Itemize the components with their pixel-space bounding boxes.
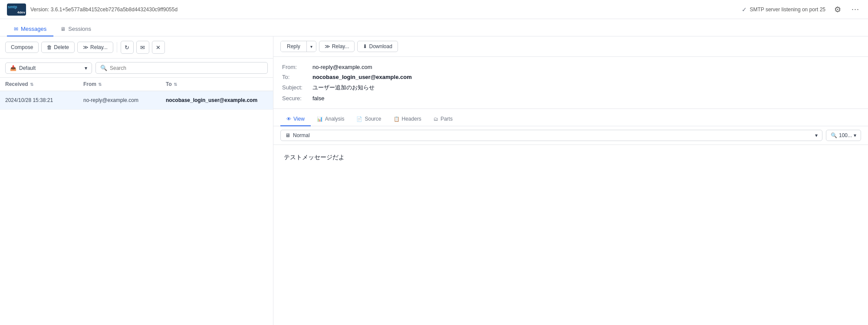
download-button[interactable]: ⬇ Download bbox=[357, 41, 398, 52]
mailbox-label: Default bbox=[19, 65, 36, 71]
inbox-icon: ✉ bbox=[140, 44, 145, 51]
msg-received: 2024/10/28 15:38:21 bbox=[5, 97, 83, 103]
message-list: 2024/10/28 15:38:21 no-reply@example.com… bbox=[0, 91, 273, 325]
subject-label: Subject: bbox=[282, 84, 312, 91]
download-icon: ⬇ bbox=[363, 43, 367, 49]
tab-source-label: Source bbox=[365, 116, 381, 122]
right-panel: Reply ▾ ≫ Relay... ⬇ Download From: no-r… bbox=[273, 36, 868, 325]
email-meta: From: no-reply@example.com To: nocobase_… bbox=[273, 57, 868, 109]
sort-from-icon: ⇅ bbox=[98, 82, 102, 87]
sort-to-icon: ⇅ bbox=[174, 82, 177, 87]
table-row[interactable]: 2024/10/28 15:38:21 no-reply@example.com… bbox=[0, 91, 273, 110]
inbox-button[interactable]: ✉ bbox=[136, 41, 149, 54]
mailbox-icon: 📥 bbox=[10, 65, 16, 71]
msg-from: no-reply@example.com bbox=[83, 97, 166, 103]
meta-from-row: From: no-reply@example.com bbox=[282, 64, 859, 70]
view-toolbar: 🖥 Normal 🔍 100... bbox=[273, 126, 868, 145]
search-input[interactable] bbox=[110, 65, 263, 71]
tab-headers[interactable]: 📋 Headers bbox=[388, 112, 427, 126]
version-text: Version: 3.6.1+5e577a8b4152ceb7276a5b8d4… bbox=[30, 7, 178, 13]
col-header-to[interactable]: To ⇅ bbox=[166, 81, 268, 87]
zoom-level: 100... bbox=[839, 132, 852, 138]
left-toolbar: Compose 🗑 Delete ≫ Relay... ↻ ✉ ✕ bbox=[0, 36, 273, 59]
headers-tab-icon: 📋 bbox=[394, 116, 400, 122]
to-value: nocobase_login_user@example.com bbox=[312, 74, 412, 80]
meta-to-row: To: nocobase_login_user@example.com bbox=[282, 74, 859, 80]
email-relay-label: Relay... bbox=[332, 43, 349, 49]
filter-row: 📥 Default 🔍 bbox=[0, 59, 273, 78]
server-status-text: SMTP server listening on port 25 bbox=[750, 7, 825, 13]
tab-sessions[interactable]: 🖥 Sessions bbox=[53, 22, 98, 36]
delete-button[interactable]: 🗑 Delete bbox=[41, 42, 75, 53]
sort-received-icon: ⇅ bbox=[30, 82, 33, 87]
reply-dropdown-button[interactable]: ▾ bbox=[307, 42, 316, 51]
download-label: Download bbox=[369, 43, 392, 49]
mailbox-chevron-icon bbox=[85, 65, 87, 71]
search-icon: 🔍 bbox=[100, 65, 107, 71]
tab-analysis-label: Analysis bbox=[325, 116, 345, 122]
to-label: To: bbox=[282, 74, 312, 80]
from-label: From: bbox=[282, 64, 312, 70]
status-check-icon: ✓ bbox=[742, 6, 747, 13]
settings-button[interactable]: ⚙ bbox=[832, 3, 843, 16]
main-layout: Compose 🗑 Delete ≫ Relay... ↻ ✉ ✕ bbox=[0, 36, 868, 325]
logo bbox=[7, 3, 26, 16]
analysis-tab-icon: 📊 bbox=[317, 116, 323, 122]
header-left: Version: 3.6.1+5e577a8b4152ceb7276a5b8d4… bbox=[7, 3, 178, 16]
tab-headers-label: Headers bbox=[402, 116, 421, 122]
compose-label: Compose bbox=[11, 44, 33, 50]
relay-arrow-icon: ≫ bbox=[83, 44, 89, 50]
tab-messages-label: Messages bbox=[21, 26, 46, 32]
col-received-label: Received bbox=[5, 81, 28, 87]
email-body: テストメッセージだよ bbox=[273, 145, 868, 325]
view-tab-icon: 👁 bbox=[286, 116, 291, 121]
header-right: ✓ SMTP server listening on port 25 ⚙ ··· bbox=[742, 3, 861, 16]
zoom-icon: 🔍 bbox=[831, 132, 837, 138]
logo-icon bbox=[7, 3, 26, 16]
meta-secure-row: Secure: false bbox=[282, 95, 859, 102]
delete-label: Delete bbox=[54, 44, 69, 50]
tab-source[interactable]: 📄 Source bbox=[350, 112, 387, 126]
col-header-from[interactable]: From ⇅ bbox=[83, 81, 166, 87]
col-to-label: To bbox=[166, 81, 172, 87]
close-button[interactable]: ✕ bbox=[152, 41, 165, 54]
reply-button[interactable]: Reply bbox=[281, 41, 307, 52]
email-action-bar: Reply ▾ ≫ Relay... ⬇ Download bbox=[273, 36, 868, 57]
col-header-received[interactable]: Received ⇅ bbox=[5, 81, 83, 87]
compose-button[interactable]: Compose bbox=[5, 42, 39, 53]
view-mode-label: Normal bbox=[293, 132, 310, 138]
from-value: no-reply@example.com bbox=[312, 64, 372, 70]
tab-parts[interactable]: 🗂 Parts bbox=[427, 112, 459, 126]
left-panel: Compose 🗑 Delete ≫ Relay... ↻ ✉ ✕ bbox=[0, 36, 273, 325]
tab-view[interactable]: 👁 View bbox=[280, 112, 311, 126]
trash-icon: 🗑 bbox=[47, 44, 52, 50]
refresh-button[interactable]: ↻ bbox=[121, 41, 134, 54]
mailbox-select[interactable]: 📥 Default bbox=[5, 62, 92, 74]
refresh-icon: ↻ bbox=[125, 44, 129, 51]
toolbar-divider bbox=[117, 42, 117, 53]
source-tab-icon: 📄 bbox=[356, 116, 362, 122]
email-body-text: テストメッセージだよ bbox=[284, 154, 858, 161]
content-tabs: 👁 View 📊 Analysis 📄 Source 📋 Headers 🗂 P… bbox=[273, 109, 868, 126]
relay-arrow-icon2: ≫ bbox=[325, 43, 330, 49]
reply-button-group: Reply ▾ bbox=[280, 41, 316, 52]
search-wrapper[interactable]: 🔍 bbox=[95, 62, 268, 74]
monitor-icon: 🖥 bbox=[285, 132, 290, 138]
secure-label: Secure: bbox=[282, 95, 312, 102]
more-options-button[interactable]: ··· bbox=[850, 3, 861, 16]
messages-tab-icon: ✉ bbox=[14, 26, 18, 32]
ellipsis-icon: ··· bbox=[852, 5, 859, 14]
email-relay-button[interactable]: ≫ Relay... bbox=[319, 41, 355, 52]
secure-value: false bbox=[312, 95, 324, 102]
parts-tab-icon: 🗂 bbox=[434, 116, 438, 121]
relay-button[interactable]: ≫ Relay... bbox=[77, 42, 113, 53]
view-mode-select[interactable]: 🖥 Normal bbox=[280, 130, 822, 141]
gear-icon: ⚙ bbox=[834, 5, 841, 14]
tab-view-label: View bbox=[293, 116, 305, 122]
top-header: Version: 3.6.1+5e577a8b4152ceb7276a5b8d4… bbox=[0, 0, 868, 19]
tab-analysis[interactable]: 📊 Analysis bbox=[311, 112, 351, 126]
msg-to: nocobase_login_user@example.com bbox=[166, 97, 268, 103]
zoom-select[interactable]: 🔍 100... bbox=[826, 130, 861, 141]
tab-messages[interactable]: ✉ Messages bbox=[7, 22, 53, 36]
server-status: ✓ SMTP server listening on port 25 bbox=[742, 6, 825, 13]
